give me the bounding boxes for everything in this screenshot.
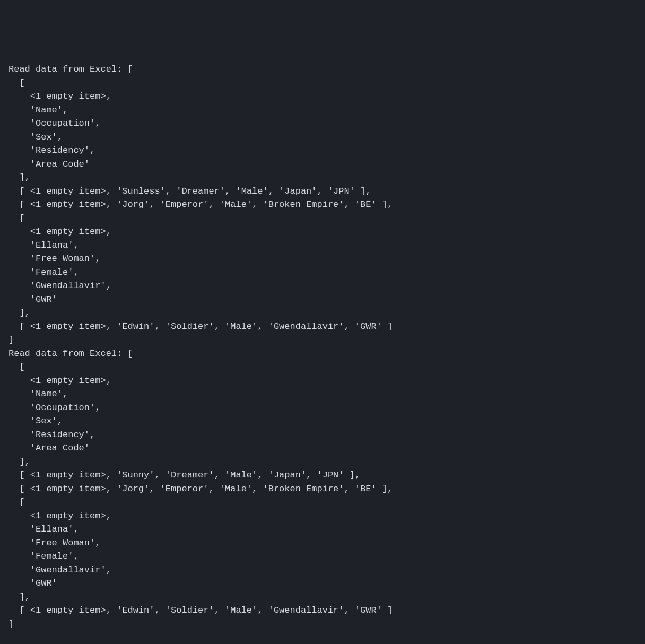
console-output: Read data from Excel: [ [ <1 empty item>…: [8, 63, 637, 631]
console-text: Read data from Excel: [ [ <1 empty item>…: [8, 64, 393, 629]
